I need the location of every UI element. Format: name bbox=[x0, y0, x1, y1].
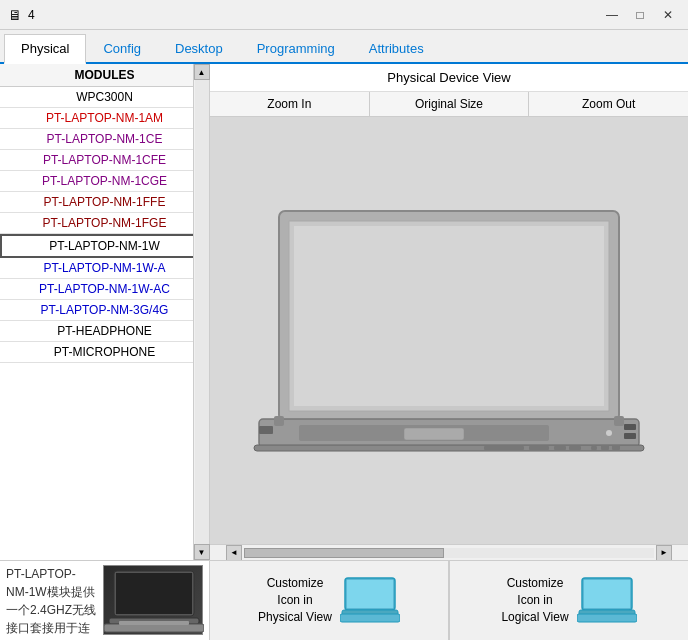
modules-list: MODULES WPC300N PT-LAPTOP-NM-1AM PT-LAPT… bbox=[0, 64, 209, 560]
left-panel: ▲ ▼ MODULES WPC300N PT-LAPTOP-NM-1AM PT-… bbox=[0, 64, 210, 640]
module-headphone[interactable]: PT-HEADPHONE bbox=[0, 321, 209, 342]
device-display bbox=[210, 117, 688, 544]
svg-rect-17 bbox=[614, 416, 624, 426]
main-content: ▲ ▼ MODULES WPC300N PT-LAPTOP-NM-1AM PT-… bbox=[0, 64, 688, 640]
module-nm1am[interactable]: PT-LAPTOP-NM-1AM bbox=[0, 108, 209, 129]
device-view-title: Physical Device View bbox=[210, 64, 688, 92]
svg-rect-1 bbox=[116, 573, 192, 614]
module-nm1w[interactable]: PT-LAPTOP-NM-1W bbox=[0, 234, 209, 258]
close-button[interactable]: ✕ bbox=[656, 5, 680, 25]
svg-rect-21 bbox=[569, 446, 581, 450]
laptop-view bbox=[239, 191, 659, 471]
svg-rect-26 bbox=[347, 580, 393, 608]
module-nm1cge[interactable]: PT-LAPTOP-NM-1CGE bbox=[0, 171, 209, 192]
description-text: PT-LAPTOP-NM-1W模块提供一个2.4GHZ无线接口套接用于连接无线网… bbox=[6, 565, 97, 640]
customize-physical-button[interactable]: CustomizeIcon inPhysical View bbox=[210, 561, 449, 640]
module-nm1fge[interactable]: PT-LAPTOP-NM-1FGE bbox=[0, 213, 209, 234]
svg-rect-7 bbox=[294, 226, 604, 406]
app-icon: 🖥 bbox=[8, 7, 22, 23]
module-nm1wac[interactable]: PT-LAPTOP-NM-1W-AC bbox=[0, 279, 209, 300]
svg-rect-14 bbox=[624, 433, 636, 439]
scroll-right-button[interactable]: ► bbox=[656, 545, 672, 561]
svg-rect-20 bbox=[554, 446, 566, 450]
minimize-button[interactable]: — bbox=[600, 5, 624, 25]
customize-logical-icon bbox=[577, 576, 637, 626]
svg-rect-10 bbox=[259, 426, 273, 434]
module-nm1ffe[interactable]: PT-LAPTOP-NM-1FFE bbox=[0, 192, 209, 213]
scroll-left-button[interactable]: ◄ bbox=[226, 545, 242, 561]
svg-rect-18 bbox=[484, 446, 524, 450]
tab-desktop[interactable]: Desktop bbox=[158, 34, 240, 62]
tab-physical[interactable]: Physical bbox=[4, 34, 86, 64]
zoom-controls: Zoom In Original Size Zoom Out bbox=[210, 92, 688, 117]
svg-rect-24 bbox=[612, 445, 620, 450]
svg-rect-19 bbox=[529, 446, 549, 450]
module-nm1cfe[interactable]: PT-LAPTOP-NM-1CFE bbox=[0, 150, 209, 171]
module-nm1wa[interactable]: PT-LAPTOP-NM-1W-A bbox=[0, 258, 209, 279]
svg-rect-23 bbox=[601, 445, 609, 450]
scroll-track-h bbox=[244, 548, 654, 558]
customize-logical-label: CustomizeIcon inLogical View bbox=[501, 575, 568, 625]
maximize-button[interactable]: □ bbox=[628, 5, 652, 25]
svg-rect-32 bbox=[577, 614, 637, 622]
svg-rect-30 bbox=[584, 580, 630, 608]
customize-area: CustomizeIcon inPhysical View CustomizeI… bbox=[210, 560, 688, 640]
customize-logical-button[interactable]: CustomizeIcon inLogical View bbox=[450, 561, 688, 640]
original-size-button[interactable]: Original Size bbox=[370, 92, 530, 116]
description-box: PT-LAPTOP-NM-1W模块提供一个2.4GHZ无线接口套接用于连接无线网… bbox=[0, 560, 209, 640]
svg-rect-4 bbox=[119, 621, 189, 625]
module-microphone[interactable]: PT-MICROPHONE bbox=[0, 342, 209, 363]
right-panel: Physical Device View Zoom In Original Si… bbox=[210, 64, 688, 640]
modules-header: MODULES bbox=[0, 64, 209, 87]
scroll-track bbox=[195, 80, 209, 544]
titlebar-controls: — □ ✕ bbox=[600, 5, 680, 25]
tab-config[interactable]: Config bbox=[86, 34, 158, 62]
horizontal-scrollbar[interactable]: ◄ ► bbox=[210, 544, 688, 560]
tab-programming[interactable]: Programming bbox=[240, 34, 352, 62]
svg-rect-13 bbox=[624, 424, 636, 430]
svg-point-12 bbox=[606, 430, 612, 436]
module-nm1ce[interactable]: PT-LAPTOP-NM-1CE bbox=[0, 129, 209, 150]
tab-bar: Physical Config Desktop Programming Attr… bbox=[0, 30, 688, 64]
svg-rect-28 bbox=[340, 614, 400, 622]
zoom-out-button[interactable]: Zoom Out bbox=[529, 92, 688, 116]
zoom-in-button[interactable]: Zoom In bbox=[210, 92, 370, 116]
svg-rect-16 bbox=[274, 416, 284, 426]
module-nm3g4g[interactable]: PT-LAPTOP-NM-3G/4G bbox=[0, 300, 209, 321]
laptop-svg bbox=[239, 191, 659, 471]
customize-physical-label: CustomizeIcon inPhysical View bbox=[258, 575, 332, 625]
scroll-down-button[interactable]: ▼ bbox=[194, 544, 210, 560]
description-thumbnail bbox=[103, 565, 203, 635]
svg-rect-15 bbox=[254, 445, 644, 451]
module-wpc300n[interactable]: WPC300N bbox=[0, 87, 209, 108]
svg-rect-3 bbox=[104, 624, 204, 632]
svg-rect-11 bbox=[404, 428, 464, 440]
scroll-up-button[interactable]: ▲ bbox=[194, 64, 210, 80]
tab-attributes[interactable]: Attributes bbox=[352, 34, 441, 62]
titlebar-title: 4 bbox=[28, 8, 35, 22]
left-scrollbar[interactable]: ▲ ▼ bbox=[193, 64, 209, 560]
titlebar: 🖥 4 — □ ✕ bbox=[0, 0, 688, 30]
titlebar-left: 🖥 4 bbox=[8, 7, 35, 23]
svg-point-22 bbox=[591, 445, 597, 451]
customize-physical-icon bbox=[340, 576, 400, 626]
scroll-thumb-h[interactable] bbox=[244, 548, 444, 558]
